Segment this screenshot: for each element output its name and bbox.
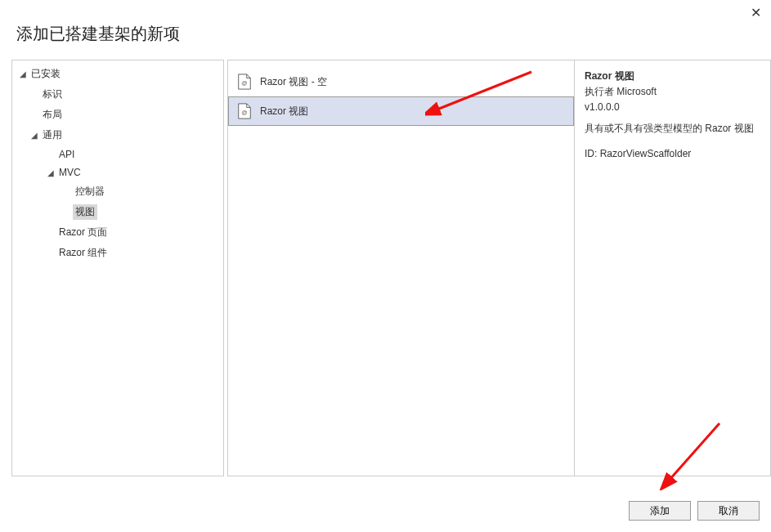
- details-panel: Razor 视图 执行者 Microsoft v1.0.0.0 具有或不具有强类…: [575, 60, 771, 476]
- tree-item-razor-components[interactable]: Razor 组件: [12, 243, 223, 263]
- details-version: v1.0.0.0: [585, 100, 760, 115]
- collapse-caret-icon: ◢: [17, 69, 29, 78]
- list-item-label: Razor 视图 - 空: [260, 75, 327, 89]
- tree-label: 通用: [40, 127, 65, 143]
- tree-label: 控制器: [73, 184, 107, 199]
- tree-label: MVC: [56, 166, 83, 179]
- collapse-caret-icon: ◢: [45, 168, 56, 177]
- tree-item-identity[interactable]: 标识: [12, 84, 223, 105]
- tree-label: 标识: [40, 87, 65, 102]
- cancel-button[interactable]: 取消: [697, 501, 760, 521]
- list-item[interactable]: @ Razor 视图: [228, 96, 574, 126]
- add-button[interactable]: 添加: [629, 501, 691, 521]
- tree-item-layout[interactable]: 布局: [12, 105, 223, 125]
- category-tree: ◢ 已安装 标识 布局 ◢ 通用 API ◢ MVC 控制器 视图: [11, 60, 224, 476]
- svg-text:@: @: [241, 109, 247, 116]
- tree-label: 已安装: [29, 66, 63, 82]
- tree-label: Razor 页面: [56, 225, 110, 240]
- template-list: @ Razor 视图 - 空 @ Razor 视图: [227, 60, 575, 476]
- dialog-title: 添加已搭建基架的新项: [0, 0, 771, 60]
- tree-item-view[interactable]: 视图: [12, 202, 223, 222]
- details-publisher: 执行者 Microsoft: [585, 84, 760, 100]
- svg-text:@: @: [241, 79, 247, 87]
- tree-label: 布局: [40, 107, 65, 123]
- tree-label: API: [56, 148, 77, 161]
- tree-label: 视图: [73, 204, 97, 220]
- tree-item-common[interactable]: ◢ 通用: [12, 125, 223, 145]
- list-item-label: Razor 视图: [260, 105, 308, 118]
- details-title: Razor 视图: [585, 69, 760, 84]
- tree-item-razor-pages[interactable]: Razor 页面: [12, 222, 223, 243]
- details-id: ID: RazorViewScaffolder: [585, 146, 760, 162]
- collapse-caret-icon: ◢: [29, 131, 40, 140]
- tree-header-installed[interactable]: ◢ 已安装: [12, 64, 223, 84]
- dialog-footer: 添加 取消: [629, 501, 760, 521]
- razor-file-icon: @: [237, 103, 252, 119]
- tree-item-mvc[interactable]: ◢ MVC: [12, 163, 223, 181]
- tree-item-controller[interactable]: 控制器: [12, 181, 223, 202]
- details-description: 具有或不具有强类型模型的 Razor 视图: [585, 121, 760, 136]
- list-item[interactable]: @ Razor 视图 - 空: [228, 67, 574, 96]
- razor-file-icon: @: [237, 74, 252, 90]
- close-icon[interactable]: ✕: [751, 7, 761, 20]
- tree-label: Razor 组件: [56, 245, 110, 261]
- tree-item-api[interactable]: API: [12, 145, 223, 163]
- main-content: ◢ 已安装 标识 布局 ◢ 通用 API ◢ MVC 控制器 视图: [0, 60, 771, 476]
